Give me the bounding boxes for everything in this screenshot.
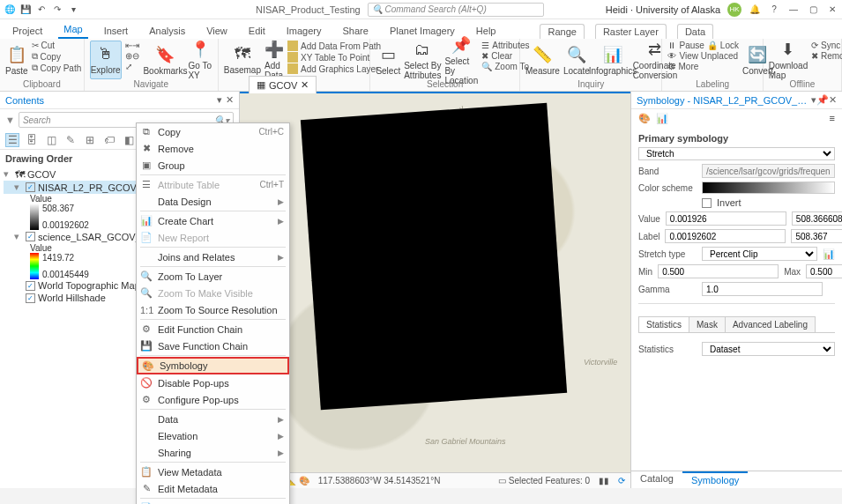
tab-project[interactable]: Project <box>7 23 48 39</box>
user-avatar[interactable]: HK <box>727 3 741 17</box>
ctx-zoom-to-layer[interactable]: 🔍Zoom To Layer <box>137 268 289 285</box>
ctx-edit-metadata[interactable]: ✎Edit Metadata <box>137 480 289 497</box>
minimize-icon[interactable]: — <box>787 4 800 16</box>
tab-range[interactable]: Range <box>540 24 584 39</box>
bookmarks-button[interactable]: 🔖Bookmarks <box>145 41 184 79</box>
cut-button[interactable]: ✂ Cut <box>32 41 82 50</box>
restore-icon[interactable]: ▢ <box>807 4 819 16</box>
ctx-properties[interactable]: 📄Properties <box>137 500 289 504</box>
ctx-elevation[interactable]: Elevation▶ <box>137 427 289 444</box>
statistics-select[interactable]: Dataset <box>702 342 835 356</box>
list-by-editing-icon[interactable]: ✎ <box>63 134 78 146</box>
tab-imagery[interactable]: Imagery <box>281 23 327 39</box>
refresh-icon[interactable]: ⟳ <box>618 476 625 485</box>
ctx-data-design[interactable]: Data Design▶ <box>137 193 289 210</box>
map-view[interactable]: ▦ GCOV ✕ Tehachapi Victorville nta Clari… <box>240 92 630 488</box>
filter-icon[interactable]: ▼ <box>5 115 15 125</box>
view-unplaced[interactable]: 👁 View Unplaced <box>667 51 738 61</box>
tab-help[interactable]: Help <box>471 23 502 39</box>
tab-analysis[interactable]: Analysis <box>144 23 190 39</box>
min-input[interactable] <box>658 264 779 278</box>
color-scheme-select[interactable] <box>702 182 835 194</box>
list-by-perspective-icon[interactable]: ◧ <box>122 134 136 146</box>
ctx-group[interactable]: ▣Group <box>137 157 289 174</box>
ctx-edit-function-chain[interactable]: ⚙Edit Function Chain <box>137 321 289 337</box>
label-max-input[interactable] <box>791 229 842 243</box>
add-graphics-layer[interactable]: Add Graphics Layer <box>287 63 381 74</box>
primary-symbology-icon[interactable]: 🎨 <box>638 113 651 124</box>
symbology-close-icon[interactable]: ✕ <box>829 94 837 106</box>
ctx-sharing[interactable]: Sharing▶ <box>137 444 289 461</box>
ctx-create-chart[interactable]: 📊Create Chart▶ <box>137 212 289 229</box>
infographics-button[interactable]: 📊Infographics <box>593 41 632 79</box>
measure-button[interactable]: 📏Measure <box>525 41 560 79</box>
symb-tab-advanced-labeling[interactable]: Advanced Labeling <box>725 316 816 332</box>
ctx-data[interactable]: Data▶ <box>137 411 289 427</box>
command-search-input[interactable]: 🔍 Command Search (Alt+Q) <box>368 3 544 17</box>
select-button[interactable]: ▭Select <box>376 41 400 79</box>
list-by-source-icon[interactable]: 🗄 <box>25 134 39 146</box>
tab-planet[interactable]: Planet Imagery <box>384 23 460 39</box>
tab-share[interactable]: Share <box>338 23 374 39</box>
help-icon[interactable]: ? <box>768 4 780 16</box>
user-name[interactable]: Heidi · University of Alaska <box>606 4 720 15</box>
close-icon[interactable]: ✕ <box>826 4 838 16</box>
nav-full[interactable]: ⤢ <box>125 62 143 71</box>
symbology-type-select[interactable]: Stretch <box>638 147 835 160</box>
stretch-type-select[interactable]: Percent Clip <box>702 247 817 261</box>
label-min-input[interactable] <box>665 229 786 243</box>
select-by-location[interactable]: 📌Select By Location <box>444 41 478 79</box>
max-input[interactable] <box>806 264 842 278</box>
symb-tab-mask[interactable]: Mask <box>689 316 726 332</box>
list-by-labeling-icon[interactable]: 🏷 <box>102 134 116 146</box>
band-input[interactable] <box>702 164 835 178</box>
undo-icon[interactable]: ↶ <box>35 4 48 16</box>
ctx-save-function-chain[interactable]: 💾Save Function Chain <box>137 337 289 354</box>
gamma-input[interactable] <box>702 282 823 296</box>
ctx-disable-popups[interactable]: 🚫Disable Pop-ups <box>137 374 289 391</box>
map-tab-close-icon[interactable]: ✕ <box>301 79 309 91</box>
nav-zoom[interactable]: ⊕⊖ <box>125 51 143 61</box>
symb-tab-statistics[interactable]: Statistics <box>638 316 689 332</box>
ctx-joins-relates[interactable]: Joins and Relates▶ <box>137 248 289 265</box>
pause-labels[interactable]: ⏸ Pause 🔒 Lock <box>667 41 738 50</box>
pause-drawing-icon[interactable]: ▮▮ <box>599 476 609 485</box>
explore-button[interactable]: 🖱Explore <box>90 41 122 79</box>
notifications-icon[interactable]: 🔔 <box>749 4 761 16</box>
list-by-selection-icon[interactable]: ◫ <box>44 134 58 146</box>
ctx-view-metadata[interactable]: 📋View Metadata <box>137 463 289 480</box>
vary-symbology-icon[interactable]: 📊 <box>656 113 668 124</box>
menu-icon[interactable]: ≡ <box>830 113 835 124</box>
map-tab-gcov[interactable]: ▦ GCOV ✕ <box>249 76 317 93</box>
add-data-from-path[interactable]: Add Data From Path <box>287 41 381 51</box>
labeling-more[interactable]: ⚙ More <box>667 62 738 71</box>
tab-data[interactable]: Data <box>677 24 713 39</box>
bottom-tab-catalog[interactable]: Catalog <box>631 471 682 488</box>
list-by-snapping-icon[interactable]: ⊞ <box>83 134 97 146</box>
ctx-configure-popups[interactable]: ⚙Configure Pop-ups <box>137 391 289 408</box>
paste-button[interactable]: 📋Paste <box>5 41 28 79</box>
sync-button[interactable]: ⟳ Sync <box>811 41 842 50</box>
xy-table-to-point[interactable]: XY Table To Point <box>287 52 381 63</box>
histogram-icon[interactable]: 📊 <box>823 248 835 260</box>
contents-close-icon[interactable]: ✕ <box>226 94 234 106</box>
contents-dropdown-icon[interactable]: ▾ <box>217 94 222 106</box>
ctx-remove[interactable]: ✖Remove <box>137 140 289 157</box>
tab-edit[interactable]: Edit <box>243 23 271 39</box>
copy-path-button[interactable]: ⧉ Copy Path <box>32 63 82 73</box>
ctx-zoom-source-res[interactable]: 1:1Zoom To Source Resolution <box>137 301 289 318</box>
select-by-attributes[interactable]: 🗂Select By Attributes <box>404 41 441 79</box>
basemap-button[interactable]: 🗺Basemap <box>224 41 261 79</box>
copy-button[interactable]: ⧉ Copy <box>32 51 82 62</box>
list-by-drawing-order-icon[interactable]: ☰ <box>5 133 19 147</box>
bottom-tab-symbology[interactable]: Symbology <box>682 471 748 488</box>
remove-button[interactable]: ✖ Remove <box>811 51 842 61</box>
symbology-pin-icon[interactable]: 📌 <box>816 94 829 106</box>
tab-map[interactable]: Map <box>58 21 87 39</box>
tab-insert[interactable]: Insert <box>99 23 134 39</box>
value-min-input[interactable] <box>666 211 786 226</box>
nav-arrows[interactable]: ⇤⇥ <box>125 41 143 50</box>
locate-button[interactable]: 🔍Locate <box>563 41 590 79</box>
goto-xy-button[interactable]: 📍Go To XY <box>188 41 212 79</box>
redo-icon[interactable]: ↷ <box>51 4 63 16</box>
